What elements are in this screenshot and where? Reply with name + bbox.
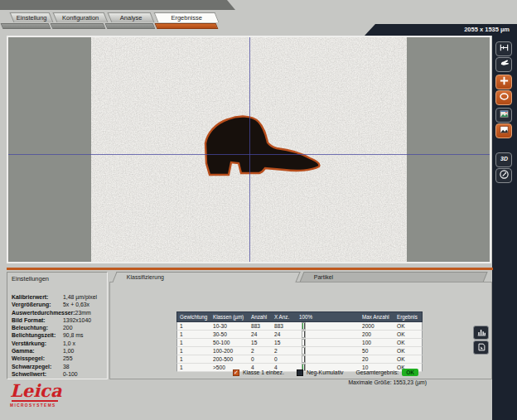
image-size-bar: 2055 x 1535 µm [365,24,517,36]
tab-ergebnisse[interactable]: Ergebnisse [154,12,220,22]
bar-chart-button[interactable] [473,326,489,340]
settings-row: Gamma:1,00 [12,347,106,355]
setting-label: Schwellwert: [12,370,63,378]
tab-label: Einstellung [12,13,51,22]
cell-anzahl: 2 [249,347,272,355]
setting-value: 200 [63,324,73,331]
edit-annotate-icon [499,168,510,183]
crosshair-plus-icon [499,75,510,89]
cell-klasse: 50-100 [210,339,249,346]
settings-panel: Einstellungen Kalibrierwert:1,48 µm/pixe… [7,272,108,379]
setting-value: 23mm [75,309,91,316]
count-bar [297,355,360,363]
table-row[interactable]: 1200-5000020OK [176,355,423,364]
results-panel: KlassifizierungPartikel GewichtungKlasse… [109,272,492,379]
table-row[interactable]: 110-308838832000OK [176,322,423,331]
hand-pointer-button[interactable] [495,57,512,72]
class1-checkbox[interactable]: ✓ [233,369,239,376]
cell-klasse: 100-200 [210,347,249,355]
table-row[interactable]: 150-1001515100OK [176,339,423,347]
setting-value: 255 [63,355,73,362]
cell-ergebnis: OK [394,355,422,363]
column-header: Ergebnis [394,312,422,321]
setting-value: 38 [63,363,70,370]
settings-row: Vergrößerung:5x + 0,63x [12,301,106,308]
column-header: Klassen (µm) [210,312,249,321]
leica-logo-script: Leica [10,382,62,400]
tab-underline-konfiguration [51,23,106,29]
crosshair-horizontal [8,154,490,155]
table-row[interactable]: 130-502424200OK [176,331,423,339]
settings-row: Schwellwert:0-100 [12,370,106,378]
tab-einstellung[interactable]: Einstellung [10,12,54,22]
cell-ergebnis: OK [394,331,422,338]
image-color-button[interactable] [495,108,512,123]
3d-view-button[interactable]: 3D [495,152,512,167]
setting-label: Gamma: [12,347,63,355]
setting-value: 1,48 µm/pixel [63,293,97,301]
column-header: X Anz. [272,312,297,321]
edit-annotate-button[interactable] [495,168,512,183]
cell-gewichtung: 1 [177,339,210,346]
tab-underline-ergebnisse [155,23,219,29]
setting-label: Vergrößerung: [12,301,63,308]
tab-underline-einstellung [1,23,51,29]
count-bar [297,339,360,346]
settings-row: Belichtungszeit:90,8 ms [12,331,106,339]
image-orange-button[interactable] [495,123,512,138]
cell-klasse: 200-500 [210,355,249,363]
cell-x_anzahl: 24 [272,331,297,338]
cell-anzahl: 883 [249,322,272,330]
crosshair-plus-button[interactable] [495,75,512,89]
image-viewport[interactable] [7,36,491,263]
count-bar [297,347,360,355]
settings-row: Weisspegel:255 [12,355,106,362]
cell-klasse: 10-30 [210,322,249,330]
classification-table: GewichtungKlassen (µm)AnzahlX Anz.100%Ma… [176,311,423,372]
cell-x_anzahl: 883 [272,322,297,330]
setting-value: 1392x1040 [63,316,91,324]
ellipse-tool-icon [499,90,510,105]
image-color-icon [499,108,510,123]
cell-max_anzahl: 100 [360,339,394,346]
tab-klassifizierung[interactable]: Klassifizierung [112,272,300,282]
tab-label: Analyse [110,13,152,22]
ellipse-tool-button[interactable] [495,90,512,105]
cell-ergebnis: OK [394,339,422,346]
column-header: Anzahl [249,312,272,321]
cell-gewichtung: 1 [177,322,210,330]
cell-x_anzahl: 0 [272,355,297,363]
cell-gewichtung: 1 [177,347,210,355]
cell-klasse: 30-50 [210,331,249,338]
cell-gewichtung: 1 [177,331,210,338]
tab-underline-analyse [105,23,156,29]
setting-label: Belichtungszeit: [12,331,63,339]
cell-ergebnis: OK [394,347,422,355]
tab-label: Ergebnisse [157,13,216,22]
max-size-label: Maximale Größe: 1553,23 (µm) [348,379,427,385]
caliper-measure-button[interactable] [495,41,512,56]
overall-result: Gesamtergebnis: OK [355,369,418,376]
image-size-label: 2055 x 1535 µm [365,24,517,36]
tab-label: Klassifizierung [115,273,297,282]
cell-anzahl: 15 [249,339,272,346]
tab-analyse[interactable]: Analyse [108,12,155,22]
column-header: Max Anzahl [360,312,394,321]
leica-logo-subtitle: MICROSYSTEMS [10,403,62,408]
bar-chart-icon [476,326,486,340]
tab-konfiguration[interactable]: Konfiguration [53,12,109,22]
neg-kumulativ-checkbox[interactable] [297,369,303,376]
setting-value: 1,0 x [63,340,75,347]
column-header: Gewichtung [177,312,210,321]
setting-label: Weisspegel: [12,355,63,362]
svg-text:3D: 3D [500,156,508,162]
setting-label: Beleuchtung: [12,324,63,331]
setting-value: 90,8 ms [63,331,84,339]
leica-logo: Leica MICROSYSTEMS [10,382,62,408]
export-report-button[interactable] [473,340,489,355]
cell-gewichtung: 1 [177,355,210,363]
classification-panel-body: GewichtungKlassen (µm)AnzahlX Anz.100%Ma… [109,282,492,379]
settings-row: Verstärkung:1,0 x [12,340,106,347]
table-row[interactable]: 1100-2002250OK [176,347,423,355]
checkbox-group: Neg-Kumulativ [297,369,344,376]
